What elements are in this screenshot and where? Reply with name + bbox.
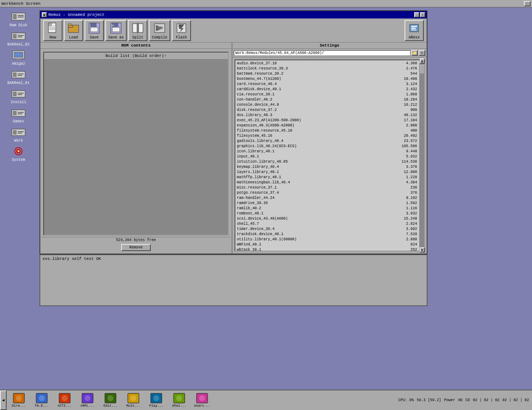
desktop-icon-system[interactable]: System (2, 146, 35, 162)
file-row[interactable]: con-handler_40.210.284 (237, 97, 417, 102)
acti-label: ACTI... (58, 404, 72, 408)
unarc-label: Unarc... (194, 404, 210, 408)
workbench-close-btn[interactable]: □ (524, 1, 531, 6)
file-row[interactable]: bootmenu_44.7(A1200)19.408 (237, 77, 417, 82)
svg-rect-5 (13, 34, 16, 38)
remus-titlebar: ■ Remus - Unnamed project - + (40, 11, 427, 18)
file-row[interactable]: console.device_44.816.212 (237, 102, 417, 108)
desktop-icon-bakreal02[interactable]: BAKReal_02 (2, 30, 35, 47)
file-row[interactable]: wbtask_39.1252 (237, 247, 417, 251)
scroll-up-btn[interactable]: ▲ (420, 58, 425, 64)
file-row[interactable]: carddisk.device_40.12.432 (237, 87, 417, 92)
file-row[interactable]: layers.library_40.112.800 (237, 170, 417, 175)
taskbar-item-mult[interactable]: Mult... (122, 392, 144, 409)
file-row[interactable]: battmem.resource_39.2544 (237, 71, 417, 77)
file-row[interactable]: battclock.resource_39.32.476 (237, 66, 417, 71)
file-row[interactable]: audio.device_37.104.360 (237, 61, 417, 66)
scroll-down-btn[interactable]: ▼ (420, 247, 425, 253)
file-row[interactable]: keymap.library_40.43.376 (237, 165, 417, 170)
file-row[interactable]: disk.resource_37.2908 (237, 108, 417, 113)
file-name: battmem.resource_39.2 (237, 71, 283, 77)
toolbar: New Load Save (40, 18, 427, 43)
desktop-icon-games[interactable]: Games (2, 107, 35, 123)
file-row[interactable]: WBFind_40.1624 (237, 242, 417, 247)
file-row[interactable]: scsi.device_43.46(A600)15.248 (237, 216, 417, 221)
svg-rect-16 (13, 92, 16, 96)
file-row[interactable]: exec_45.23_AF(A1200-500-2000)17.104 (237, 118, 417, 123)
file-name: wbtask_39.1 (237, 247, 261, 251)
games-icon (11, 107, 26, 118)
desktop-icon-install[interactable]: Install (2, 88, 35, 104)
desktop-icon-ramdisk[interactable]: Ram Disk (2, 11, 35, 27)
remus-maximize-btn[interactable]: + (420, 12, 425, 17)
file-row[interactable]: ramlib_40.21.116 (237, 206, 417, 211)
split-button[interactable]: Split (128, 20, 147, 41)
taskbar-items: Dire... fm.0... ACTI... AMPL... (7, 391, 395, 410)
load-label: Load (69, 35, 78, 40)
save-button[interactable]: Save (85, 20, 104, 41)
file-size: 376 (395, 190, 417, 196)
remus-close-btn[interactable]: ■ (42, 12, 47, 17)
file-size: 23.572 (395, 139, 417, 144)
file-row[interactable]: romboot_40.13.932 (237, 211, 417, 216)
file-row[interactable]: gadtools.library_40.423.572 (237, 139, 417, 144)
amiga2-icon (11, 50, 26, 61)
taskbar-item-dire[interactable]: Dire... (8, 392, 30, 409)
taskbar-item-acti[interactable]: ACTI... (54, 392, 76, 409)
vertical-scrollbar[interactable]: ▲ ▼ (419, 58, 424, 253)
install-label: Install (11, 100, 26, 104)
svg-rect-49 (133, 24, 137, 33)
file-name: shell_45.7 (237, 221, 259, 227)
file-row[interactable]: ram-handler_44.249.192 (237, 196, 417, 201)
file-row[interactable]: ramdrive_39.351.592 (237, 201, 417, 206)
file-row[interactable]: utility.library_40.1(68000)2.880 (237, 237, 417, 242)
file-row[interactable]: expansion_40.3(A500-A2000)2.800 (237, 123, 417, 128)
right-panel: Settings 📁 ✕ audio.device_37.104.360batt… (232, 43, 427, 254)
desktop-icon-work[interactable]: Work (2, 126, 35, 143)
taskbar-item-play[interactable]: Play... (145, 392, 167, 409)
file-row[interactable]: timer.device_39.43.692 (237, 227, 417, 232)
taskbar-item-edit[interactable]: Edit... (99, 392, 122, 409)
file-row[interactable]: filesystem.resource_45.10400 (237, 128, 417, 133)
file-row[interactable]: input_40.15.932 (237, 154, 417, 159)
taskbar-item-fm0[interactable]: fm.0... (31, 392, 53, 409)
remus-minimize-btn[interactable]: - (414, 12, 419, 17)
file-size: 3.376 (395, 165, 417, 170)
remove-button[interactable]: Remove (121, 244, 151, 251)
compile-button[interactable]: Compile (149, 20, 170, 41)
file-size: 5.932 (395, 154, 417, 159)
file-row[interactable]: misc.resource_37.1236 (237, 185, 417, 190)
path-folder-btn[interactable]: 📁 (411, 50, 418, 56)
file-row[interactable]: cia.resource_39.11.068 (237, 92, 417, 97)
file-row[interactable]: dos.library_40.340.132 (237, 113, 417, 118)
load-button[interactable]: Load (64, 20, 83, 41)
file-row[interactable]: trackdisk.device_40.17.520 (237, 232, 417, 237)
taskbar-item-unarc[interactable]: Unarc... (191, 392, 213, 409)
desktop-icon-amiga2[interactable]: Amiga2 (2, 50, 35, 66)
file-size: 15.248 (395, 216, 417, 221)
taskbar-item-shel[interactable]: Shel... (168, 392, 190, 409)
file-row[interactable]: intuition.library_40.85114.536 (237, 159, 417, 165)
shel-icon (173, 393, 185, 403)
file-row[interactable]: mathieeesingbas.lib_40.44.384 (237, 180, 417, 185)
file-row[interactable]: graphics.lib_40.24(OCS-ECS)105.596 (237, 144, 417, 149)
left-panel: ROM contents Build list (Build order)↑ 5… (40, 43, 232, 254)
path-input[interactable] (234, 50, 410, 56)
file-row[interactable]: icon.library_40.19.448 (237, 149, 417, 154)
compile-icon (153, 21, 166, 35)
save-as-button[interactable]: as Save as (105, 20, 127, 41)
flash-button[interactable]: Flash (172, 20, 191, 41)
scroll-thumb[interactable] (420, 65, 424, 74)
file-row[interactable]: filesystem_45.1626.492 (237, 133, 417, 139)
file-row[interactable]: card.resource_40.43.124 (237, 82, 417, 87)
desktop-icon-bakreal01[interactable]: BAKReal_01 (2, 69, 35, 85)
file-row[interactable]: shell_45.72.824 (237, 221, 417, 227)
taskbar-scroll-left[interactable]: ◄ (0, 390, 7, 410)
taskbar-item-ampl[interactable]: AMPL... (76, 392, 99, 409)
file-row[interactable]: potgo.resource_37.4376 (237, 190, 417, 196)
file-row[interactable]: mathffp.library_40.11.228 (237, 175, 417, 180)
new-button[interactable]: New (43, 20, 62, 41)
new-label: New (50, 35, 56, 40)
path-close-btn[interactable]: ✕ (419, 50, 425, 56)
arexx-button[interactable]: ARexx (405, 20, 424, 41)
